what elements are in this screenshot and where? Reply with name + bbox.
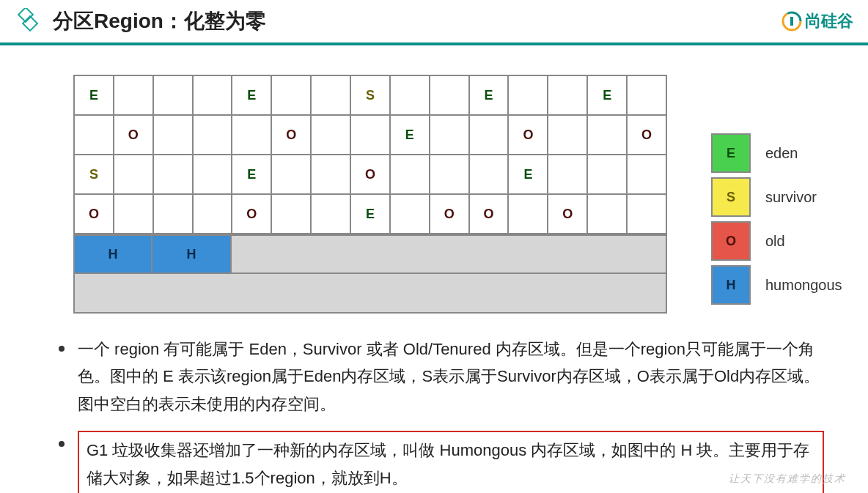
region-cell: O [508, 115, 548, 155]
bullet-item: 一个 region 有可能属于 Eden，Survivor 或者 Old/Ten… [59, 336, 824, 418]
region-cell: S [74, 155, 114, 194]
region-cell: O [74, 194, 114, 234]
region-cell: E [350, 194, 390, 234]
region-cell: E [469, 75, 509, 115]
region-cell: E [390, 115, 430, 155]
region-cell [74, 115, 114, 155]
page-title: 分区Region：化整为零 [53, 7, 781, 35]
region-cell: O [627, 115, 666, 155]
region-cell: O [548, 194, 587, 234]
legend-row: Eeden [711, 133, 842, 173]
unused-gray-area [73, 274, 667, 314]
region-grid-wrap: EESEEOOEOOSEOEOOEOOO HH [73, 75, 667, 314]
region-cell [587, 155, 627, 194]
region-cell: O [271, 115, 311, 155]
legend-row: Ssurvivor [711, 177, 842, 217]
region-cell [469, 115, 509, 155]
region-cell [114, 194, 153, 234]
region-cell [114, 75, 153, 115]
humongous-cell: H [152, 234, 232, 274]
region-cell: E [232, 155, 271, 194]
bullet-text: 一个 region 有可能属于 Eden，Survivor 或者 Old/Ten… [78, 336, 824, 418]
legend: EedenSsurvivorOoldHhumongous [711, 133, 842, 309]
svg-rect-4 [790, 17, 793, 26]
region-cell [311, 115, 350, 155]
region-cell [153, 115, 193, 155]
region-cell [193, 194, 232, 234]
region-cell: S [350, 75, 390, 115]
region-cell [587, 194, 627, 234]
region-cell [193, 155, 232, 194]
region-cell [548, 155, 587, 194]
region-cell [430, 115, 469, 155]
region-cell [508, 75, 548, 115]
region-cell [271, 194, 311, 234]
region-cell [311, 155, 350, 194]
legend-label: old [765, 233, 785, 250]
region-cell [153, 155, 193, 194]
region-cell [627, 194, 666, 234]
region-cell [350, 115, 390, 155]
legend-swatch: O [711, 221, 751, 261]
diagram-area: EESEEOOEOOSEOEOOEOOO HH EedenSsurvivorOo… [0, 45, 868, 328]
legend-row: Hhumongous [711, 265, 842, 305]
diamond-icon [15, 8, 41, 34]
region-cell [627, 75, 666, 115]
humongous-cell: H [73, 234, 152, 274]
region-cell: O [114, 115, 153, 155]
brand-logo: 尚硅谷 [781, 10, 853, 32]
region-cell: O [350, 155, 390, 194]
region-cell [114, 155, 153, 194]
region-cell [390, 155, 430, 194]
region-cell [469, 155, 509, 194]
unused-cell [232, 234, 667, 274]
region-cell [153, 194, 193, 234]
humongous-row: HH [73, 234, 667, 274]
region-cell [193, 115, 232, 155]
region-cell [430, 75, 469, 115]
legend-swatch: H [711, 265, 751, 305]
region-cell [271, 155, 311, 194]
region-cell: O [469, 194, 509, 234]
region-cell: E [587, 75, 627, 115]
bullet-item: G1 垃圾收集器还增加了一种新的内存区域，叫做 Humongous 内存区域，如… [59, 431, 824, 493]
region-cell: O [430, 194, 469, 234]
legend-swatch: S [711, 177, 751, 217]
legend-row: Oold [711, 221, 842, 261]
legend-label: eden [765, 145, 798, 162]
region-cell [430, 155, 469, 194]
region-cell [311, 75, 350, 115]
region-cell [271, 75, 311, 115]
brand-text: 尚硅谷 [805, 10, 853, 32]
legend-swatch: E [711, 133, 751, 173]
region-grid: EESEEOOEOOSEOEOOEOOO [73, 75, 667, 234]
region-cell [587, 115, 627, 155]
region-cell: E [508, 155, 548, 194]
region-cell [153, 75, 193, 115]
region-cell: O [232, 194, 271, 234]
region-cell [232, 115, 271, 155]
region-cell: E [74, 75, 114, 115]
region-cell [508, 194, 548, 234]
region-cell [390, 194, 430, 234]
legend-label: humongous [765, 277, 842, 294]
region-cell [390, 75, 430, 115]
bullet-text: G1 垃圾收集器还增加了一种新的内存区域，叫做 Humongous 内存区域，如… [78, 431, 824, 493]
legend-label: survivor [765, 189, 817, 206]
bullet-list: 一个 region 有可能属于 Eden，Survivor 或者 Old/Ten… [0, 328, 868, 493]
region-cell [193, 75, 232, 115]
region-cell [627, 155, 666, 194]
region-cell [548, 75, 587, 115]
bullet-dot-icon [59, 441, 65, 447]
region-cell: E [232, 75, 271, 115]
bullet-dot-icon [59, 346, 65, 352]
watermark: 让天下没有难学的技术 [729, 472, 846, 486]
header: 分区Region：化整为零 尚硅谷 [0, 0, 868, 45]
region-cell [548, 115, 587, 155]
region-cell [311, 194, 350, 234]
